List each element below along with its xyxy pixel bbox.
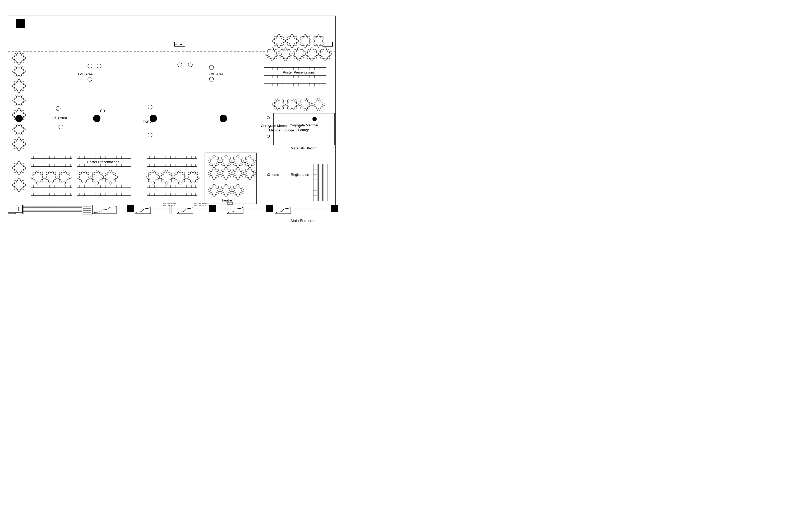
svg-point-64 bbox=[14, 139, 17, 142]
materials-station-label: Materials Station bbox=[291, 146, 316, 150]
svg-point-35 bbox=[13, 99, 15, 102]
svg-point-214 bbox=[307, 56, 310, 59]
svg-point-200 bbox=[297, 58, 300, 61]
svg-point-556 bbox=[240, 169, 243, 172]
svg-point-462 bbox=[146, 176, 149, 178]
svg-point-204 bbox=[301, 50, 304, 52]
svg-rect-618 bbox=[82, 205, 93, 214]
svg-rect-2 bbox=[16, 19, 25, 28]
svg-point-547 bbox=[228, 169, 231, 172]
svg-point-81 bbox=[23, 184, 26, 186]
svg-point-11 bbox=[21, 53, 24, 56]
svg-point-215 bbox=[314, 56, 317, 59]
svg-point-582 bbox=[221, 186, 224, 189]
svg-point-80 bbox=[13, 184, 15, 186]
svg-point-179 bbox=[321, 43, 323, 46]
svg-point-219 bbox=[318, 53, 321, 56]
svg-point-256 bbox=[323, 103, 325, 106]
svg-point-36 bbox=[23, 99, 26, 102]
svg-point-182 bbox=[271, 58, 274, 61]
svg-point-524 bbox=[249, 155, 251, 158]
svg-point-489 bbox=[186, 176, 189, 178]
svg-point-245 bbox=[304, 109, 307, 111]
svg-point-408 bbox=[31, 176, 33, 178]
svg-text:BRECON LOUNGE: BRECON LOUNGE bbox=[194, 205, 206, 206]
registration-label: Registration bbox=[291, 173, 309, 177]
svg-point-412 bbox=[33, 179, 35, 182]
fb-area-label-4: F&B Area bbox=[143, 120, 157, 124]
svg-point-166 bbox=[309, 40, 312, 42]
svg-point-62 bbox=[13, 143, 15, 146]
svg-point-473 bbox=[161, 172, 164, 175]
svg-point-549 bbox=[228, 175, 231, 178]
svg-point-197 bbox=[288, 56, 290, 59]
svg-point-508 bbox=[220, 160, 223, 163]
svg-point-529 bbox=[252, 157, 254, 159]
svg-point-570 bbox=[213, 194, 215, 196]
svg-point-471 bbox=[159, 176, 162, 178]
svg-point-34 bbox=[18, 104, 20, 107]
svg-point-42 bbox=[18, 109, 20, 111]
svg-point-231 bbox=[281, 100, 284, 102]
svg-point-422 bbox=[53, 179, 56, 182]
svg-point-156 bbox=[286, 40, 288, 42]
svg-point-22 bbox=[21, 74, 24, 76]
svg-point-212 bbox=[307, 50, 310, 52]
svg-point-426 bbox=[57, 176, 60, 178]
svg-point-563 bbox=[253, 172, 256, 175]
svg-rect-608 bbox=[266, 205, 273, 212]
svg-point-543 bbox=[225, 177, 227, 179]
svg-point-74 bbox=[21, 163, 24, 166]
svg-point-460 bbox=[152, 170, 155, 173]
svg-point-61 bbox=[18, 148, 20, 151]
svg-point-571 bbox=[208, 189, 211, 192]
svg-point-12 bbox=[14, 60, 17, 63]
svg-point-154 bbox=[291, 34, 293, 37]
svg-point-439 bbox=[79, 179, 82, 182]
svg-point-7 bbox=[18, 62, 20, 65]
svg-point-177 bbox=[321, 36, 323, 39]
svg-point-192 bbox=[279, 53, 282, 56]
svg-point-27 bbox=[23, 84, 26, 87]
svg-point-469 bbox=[165, 170, 168, 173]
svg-point-511 bbox=[228, 157, 231, 159]
svg-point-16 bbox=[18, 75, 20, 78]
svg-point-533 bbox=[213, 167, 215, 170]
svg-point-424 bbox=[63, 170, 65, 173]
svg-point-157 bbox=[296, 40, 299, 42]
svg-point-428 bbox=[59, 172, 62, 175]
svg-point-578 bbox=[225, 184, 227, 187]
svg-point-51 bbox=[18, 123, 20, 126]
svg-point-29 bbox=[21, 81, 24, 84]
svg-point-47 bbox=[21, 110, 24, 113]
svg-point-206 bbox=[301, 56, 304, 59]
svg-point-15 bbox=[18, 65, 20, 68]
svg-point-230 bbox=[274, 100, 277, 102]
svg-point-440 bbox=[86, 179, 89, 182]
svg-point-506 bbox=[225, 155, 227, 158]
svg-point-246 bbox=[299, 103, 301, 106]
svg-point-84 bbox=[14, 187, 17, 190]
svg-point-58 bbox=[21, 132, 24, 134]
svg-point-10 bbox=[14, 53, 17, 56]
svg-point-584 bbox=[221, 192, 224, 195]
svg-point-474 bbox=[169, 172, 172, 175]
svg-point-406 bbox=[37, 170, 39, 173]
svg-point-558 bbox=[240, 175, 243, 178]
svg-point-427 bbox=[69, 176, 71, 178]
svg-point-562 bbox=[244, 172, 246, 175]
svg-point-39 bbox=[14, 102, 17, 105]
svg-point-205 bbox=[294, 56, 296, 59]
svg-point-512 bbox=[221, 163, 224, 166]
svg-point-221 bbox=[321, 50, 323, 52]
svg-point-75 bbox=[14, 170, 17, 173]
svg-point-254 bbox=[317, 109, 320, 111]
svg-point-456 bbox=[113, 172, 116, 175]
svg-point-448 bbox=[92, 179, 95, 182]
svg-point-255 bbox=[312, 103, 314, 106]
svg-point-569 bbox=[213, 184, 215, 187]
svg-point-155 bbox=[291, 45, 293, 48]
svg-point-57 bbox=[14, 132, 17, 134]
svg-point-589 bbox=[232, 189, 234, 192]
svg-point-449 bbox=[100, 179, 102, 182]
